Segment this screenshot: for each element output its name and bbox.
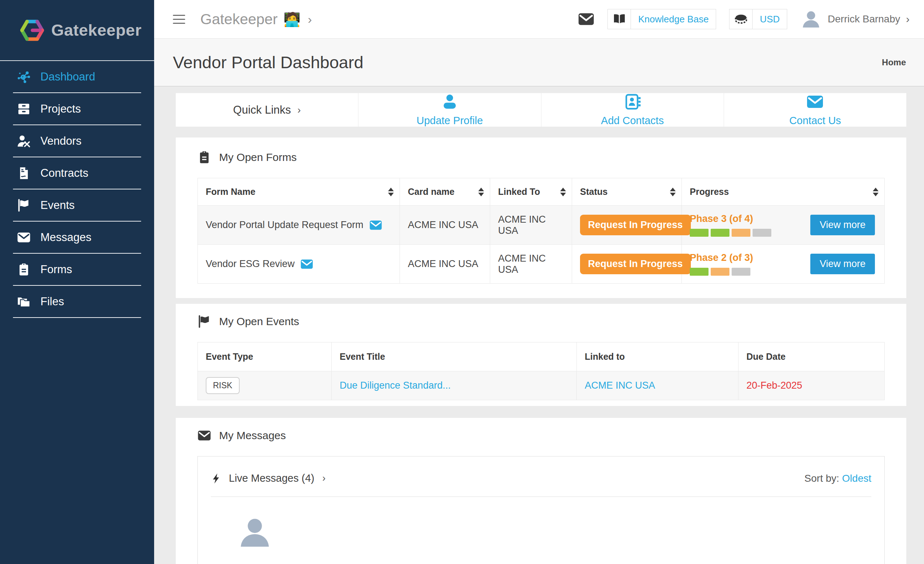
chevron-right-icon: [308, 13, 312, 25]
my-open-forms-section: My Open Forms Form Name Card name Linked…: [176, 138, 906, 298]
sort-by-label: Sort by:: [804, 473, 839, 484]
chevron-right-icon[interactable]: [906, 14, 910, 24]
message-avatar: [237, 515, 272, 550]
sidebar-item-forms[interactable]: Forms: [0, 254, 154, 285]
sort-icon[interactable]: [670, 188, 676, 196]
form-name[interactable]: Vendor ESG Review: [206, 258, 294, 270]
progress-segment-complete: [690, 229, 708, 237]
workspace-emoji: 🧑‍💻: [284, 12, 300, 27]
section-title: My Messages: [219, 429, 286, 442]
table-row: RISK Due Diligence Standard... ACME INC …: [198, 371, 885, 400]
drawers-icon: [16, 102, 31, 116]
column-header-linked-to[interactable]: Linked To: [490, 178, 572, 206]
progress-segment-current: [732, 229, 750, 237]
update-profile-button[interactable]: Update Profile: [358, 93, 541, 127]
view-more-button[interactable]: View more: [810, 254, 875, 274]
linked-to-link[interactable]: ACME INC USA: [585, 380, 655, 391]
section-header: My Messages: [197, 429, 885, 442]
divider: [211, 496, 871, 497]
person-icon: [441, 93, 458, 110]
app-logo: Gatekeeper: [0, 0, 154, 60]
card-name: ACME INC USA: [400, 206, 490, 244]
chevron-right-icon: [297, 105, 301, 115]
phase-label: Phase 3 (of 4): [690, 213, 753, 224]
workspace-switcher[interactable]: Gatekeeper 🧑‍💻: [200, 11, 312, 28]
book-icon[interactable]: [608, 9, 631, 29]
sidebar-item-files[interactable]: Files: [0, 286, 154, 317]
sidebar-item-vendors[interactable]: Vendors: [0, 125, 154, 157]
open-forms-table: Form Name Card name Linked To Status Pro…: [197, 178, 885, 284]
sidebar-item-contracts[interactable]: Contracts: [0, 158, 154, 189]
sidebar-item-label: Projects: [40, 102, 81, 116]
address-book-icon: [624, 93, 641, 110]
sidebar-item-label: Files: [40, 295, 64, 308]
sidebar-divider: [13, 317, 141, 318]
sidebar-nav: Dashboard Projects: [0, 61, 154, 318]
add-contacts-button[interactable]: Add Contacts: [541, 93, 724, 127]
user-name[interactable]: Derrick Barnaby: [828, 14, 900, 25]
sort-icon[interactable]: [560, 188, 566, 196]
currency-control: USD: [729, 9, 787, 29]
knowledge-base-link[interactable]: Knowledge Base: [631, 9, 716, 29]
progress-phase: Phase 2 (of 3): [690, 252, 753, 276]
flag-icon: [197, 315, 211, 328]
messages-envelope-icon[interactable]: [578, 11, 594, 27]
quick-links-card: Quick Links Update Profile: [176, 93, 906, 127]
envelope-icon[interactable]: [300, 258, 313, 271]
status-badge: Request In Progress: [580, 215, 691, 235]
form-name[interactable]: Vendor Portal Update Request Form: [206, 219, 363, 231]
my-open-events-section: My Open Events Event Type Event Title Li…: [176, 304, 906, 406]
section-header: My Open Forms: [197, 150, 885, 164]
contact-us-button[interactable]: Contact Us: [724, 93, 906, 127]
quick-link-label: Contact Us: [789, 115, 841, 127]
hamburger-menu-icon[interactable]: [173, 15, 185, 24]
progress-bar: [690, 229, 771, 237]
sidebar-item-label: Messages: [40, 231, 92, 244]
sidebar-item-events[interactable]: Events: [0, 189, 154, 221]
knowledge-base-control: Knowledge Base: [608, 9, 716, 29]
sidebar-item-projects[interactable]: Projects: [0, 93, 154, 124]
flag-icon: [16, 198, 31, 213]
currency-selector[interactable]: USD: [753, 9, 787, 29]
section-header: My Open Events: [197, 315, 885, 328]
lightning-bolt-icon: [211, 473, 222, 484]
sidebar-item-label: Contracts: [40, 167, 88, 180]
progress-segment-complete: [690, 268, 708, 276]
due-date: 20-Feb-2025: [746, 380, 802, 391]
quick-links-toggle[interactable]: Quick Links: [176, 93, 358, 127]
status-badge: Request In Progress: [580, 254, 691, 274]
envelope-icon: [16, 230, 31, 244]
live-messages-label: Live Messages (4): [229, 472, 314, 484]
sort-icon[interactable]: [478, 188, 484, 196]
sort-icon[interactable]: [388, 188, 394, 196]
live-messages-toggle[interactable]: Live Messages (4): [211, 472, 326, 484]
breadcrumb[interactable]: Home: [882, 57, 906, 68]
workspace-name: Gatekeeper: [200, 11, 278, 28]
envelope-icon[interactable]: [369, 219, 382, 232]
column-header-form-name[interactable]: Form Name: [198, 178, 400, 206]
column-header-status[interactable]: Status: [572, 178, 682, 206]
column-header-progress[interactable]: Progress: [682, 178, 885, 206]
topbar: Gatekeeper 🧑‍💻 Knowledge Bas: [154, 0, 924, 39]
user-avatar[interactable]: [801, 9, 821, 29]
gatekeeper-logo-icon: [20, 18, 44, 42]
progress-segment-complete: [711, 229, 729, 237]
quick-link-label: Add Contacts: [601, 115, 664, 127]
sort-by: Sort by:Oldest: [804, 473, 871, 484]
app-root: Gatekeeper Dashboard: [0, 0, 924, 564]
live-messages-card: Live Messages (4) Sort by:Oldest: [197, 456, 885, 564]
sidebar-item-messages[interactable]: Messages: [0, 222, 154, 253]
sort-icon[interactable]: [873, 188, 879, 196]
column-header-due-date: Due Date: [738, 342, 885, 371]
page-content: Quick Links Update Profile: [154, 87, 924, 564]
sort-by-value[interactable]: Oldest: [842, 473, 871, 484]
event-title-link[interactable]: Due Diligence Standard...: [340, 380, 451, 391]
coin-icon[interactable]: [729, 9, 753, 29]
sidebar-item-dashboard[interactable]: Dashboard: [0, 61, 154, 92]
view-more-button[interactable]: View more: [810, 215, 875, 235]
my-messages-section: My Messages Live Messages (4) Sort by:Ol…: [176, 418, 906, 564]
progress-segment-current: [711, 268, 729, 276]
progress-segment-pending: [732, 268, 750, 276]
sidebar: Gatekeeper Dashboard: [0, 0, 154, 564]
column-header-card-name[interactable]: Card name: [400, 178, 490, 206]
